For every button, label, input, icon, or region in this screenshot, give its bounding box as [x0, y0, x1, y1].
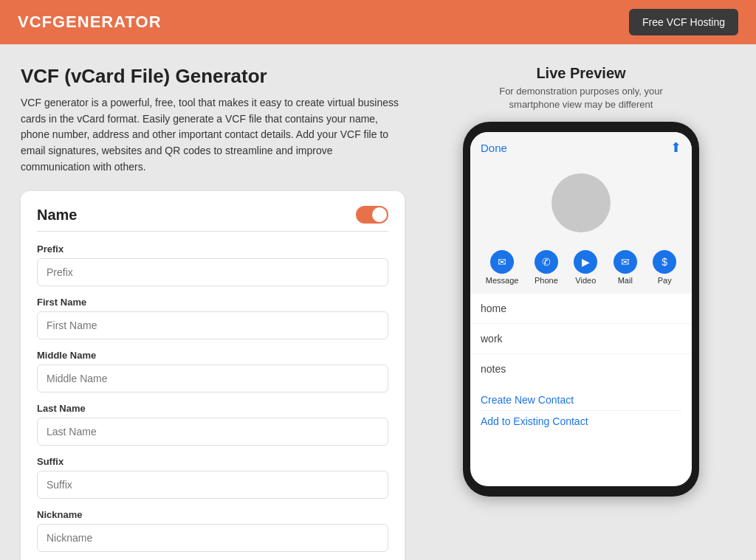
phone-mockup: Done ⬆ ✉ Message ✆ Phone [463, 122, 699, 497]
suffix-field-group: Suffix [37, 456, 388, 499]
first-name-label: First Name [37, 297, 388, 308]
mail-action[interactable]: ✉ Mail [614, 250, 637, 285]
mail-icon: ✉ [614, 250, 637, 274]
right-column: Live Preview For demonstration purposes … [427, 65, 735, 560]
name-form-card: Name Prefix First Name Middle Name [21, 191, 405, 560]
upload-icon[interactable]: ⬆ [670, 139, 681, 156]
last-name-input[interactable] [37, 418, 388, 446]
message-label: Message [486, 276, 519, 285]
middle-name-input[interactable] [37, 364, 388, 393]
preview-header: Live Preview For demonstration purposes … [499, 65, 663, 111]
phone-done-button[interactable]: Done [481, 142, 507, 154]
phone-screen: Done ⬆ ✉ Message ✆ Phone [470, 132, 692, 486]
form-divider [37, 231, 388, 232]
phone-links: Create New Contact Add to Existing Conta… [470, 384, 692, 438]
pay-label: Pay [658, 276, 672, 285]
logo-generator: GENERATOR [52, 13, 162, 32]
phone-actions: ✉ Message ✆ Phone ▶ Video ✉ Mail [470, 243, 692, 294]
middle-name-field-group: Middle Name [37, 350, 388, 393]
prefix-field-group: Prefix [37, 243, 388, 286]
message-icon: ✉ [490, 250, 514, 274]
add-to-existing-contact-link[interactable]: Add to Existing Contact [481, 410, 681, 432]
mail-label: Mail [618, 276, 633, 285]
home-row: home [470, 294, 692, 324]
video-action[interactable]: ▶ Video [574, 250, 597, 285]
left-column: VCF (vCard File) Generator VCF generator… [21, 65, 405, 560]
phone-icon: ✆ [535, 250, 558, 274]
pay-action[interactable]: $ Pay [653, 250, 676, 285]
main-content: VCF (vCard File) Generator VCF generator… [0, 44, 756, 560]
first-name-field-group: First Name [37, 297, 388, 339]
suffix-label: Suffix [37, 456, 388, 467]
work-row: work [470, 324, 692, 354]
phone-label: Phone [535, 276, 558, 285]
last-name-field-group: Last Name [37, 403, 388, 446]
name-toggle[interactable] [356, 206, 388, 224]
video-label: Video [575, 276, 596, 285]
avatar [551, 173, 611, 232]
logo: VCF GENERATOR [18, 13, 162, 32]
notes-row: notes [470, 354, 692, 384]
preview-title: Live Preview [499, 65, 663, 82]
header: VCF GENERATOR Free VCF Hosting [0, 0, 756, 44]
create-new-contact-link[interactable]: Create New Contact [481, 390, 681, 410]
nickname-label: Nickname [37, 509, 388, 520]
page-description: VCF generator is a powerful, free, tool … [21, 95, 405, 175]
free-vcf-hosting-button[interactable]: Free VCF Hosting [629, 9, 738, 35]
pay-icon: $ [653, 250, 676, 274]
phone-top-bar: Done ⬆ [470, 132, 692, 163]
preview-subtitle: For demonstration purposes only, yoursma… [499, 85, 663, 111]
prefix-label: Prefix [37, 243, 388, 255]
phone-avatar-area [470, 163, 692, 243]
last-name-label: Last Name [37, 403, 388, 414]
phone-contact-rows: home work notes [470, 294, 692, 384]
toggle-slider [356, 206, 388, 224]
page-title: VCF (vCard File) Generator [21, 65, 405, 88]
logo-vcf: VCF [18, 13, 52, 32]
video-icon: ▶ [574, 250, 597, 274]
middle-name-label: Middle Name [37, 350, 388, 361]
phone-action[interactable]: ✆ Phone [535, 250, 558, 285]
message-action[interactable]: ✉ Message [486, 250, 519, 285]
nickname-field-group: Nickname [37, 509, 388, 552]
suffix-input[interactable] [37, 471, 388, 499]
form-card-header: Name [37, 206, 388, 224]
first-name-input[interactable] [37, 311, 388, 339]
form-card-title: Name [37, 207, 77, 224]
nickname-input[interactable] [37, 524, 388, 552]
prefix-input[interactable] [37, 258, 388, 286]
